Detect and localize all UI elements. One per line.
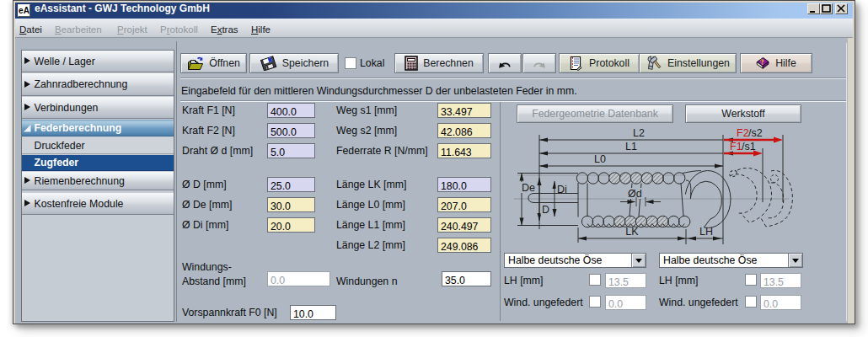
svg-text:F1: F1 bbox=[730, 141, 742, 152]
svg-text:L0: L0 bbox=[594, 153, 606, 165]
svg-text:/s2: /s2 bbox=[748, 127, 763, 139]
svg-text:LK: LK bbox=[625, 226, 639, 238]
svg-text:De: De bbox=[522, 182, 535, 194]
svg-text:Ød: Ød bbox=[628, 188, 642, 200]
svg-text:/s1: /s1 bbox=[742, 141, 756, 152]
svg-text:L2: L2 bbox=[633, 127, 645, 139]
svg-text:F2: F2 bbox=[737, 127, 749, 139]
svg-text:L1: L1 bbox=[625, 141, 637, 152]
svg-text:D: D bbox=[542, 204, 549, 216]
svg-text:LH: LH bbox=[699, 226, 713, 238]
